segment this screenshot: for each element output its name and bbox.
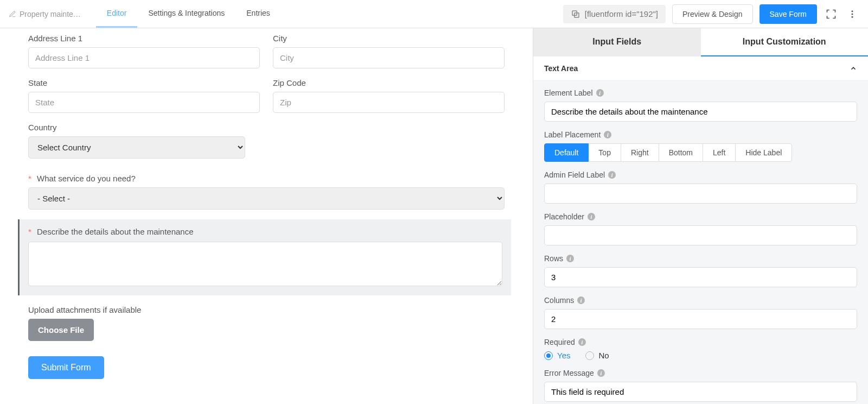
chevron-up-icon[interactable] [850, 65, 857, 72]
copy-icon [571, 9, 580, 19]
svg-point-2 [852, 10, 853, 12]
header-left: Property mainte… Editor Settings & Integ… [9, 0, 281, 28]
panel-header[interactable]: Text Area [533, 56, 868, 81]
seg-hide[interactable]: Hide Label [735, 143, 792, 162]
tab-input-customization[interactable]: Input Customization [701, 28, 869, 56]
info-icon[interactable]: i [588, 213, 595, 220]
edit-icon [9, 10, 16, 18]
page-title: Property mainte… [20, 10, 81, 18]
info-icon[interactable]: i [604, 131, 611, 138]
setting-label-text: Rows [544, 254, 563, 263]
label-country: Country [28, 123, 505, 132]
tab-editor[interactable]: Editor [96, 0, 138, 28]
page-title-wrap: Property mainte… [9, 10, 81, 18]
panel-body: Element Label i Label Placement i Defaul… [533, 81, 868, 404]
field-city[interactable]: City [273, 34, 505, 68]
seg-right[interactable]: Right [621, 143, 659, 162]
input-zip[interactable] [273, 92, 505, 113]
submit-row: Submit Form [28, 356, 505, 379]
tab-input-fields[interactable]: Input Fields [533, 28, 701, 56]
setting-admin-field-label: Admin Field Label i [544, 171, 857, 204]
fullscreen-icon[interactable] [824, 7, 839, 22]
svg-point-4 [852, 16, 853, 17]
field-zip[interactable]: Zip Code [273, 78, 505, 113]
input-error-message[interactable] [544, 382, 857, 402]
setting-label-text: Admin Field Label [544, 171, 605, 179]
sidebar: Input Fields Input Customization Text Ar… [533, 28, 868, 404]
input-element-label[interactable] [544, 102, 857, 122]
field-describe-selected[interactable]: * Describe the details about the mainten… [18, 219, 511, 295]
form-canvas: Address Line 1 City State Zip Code Count… [0, 28, 533, 404]
info-icon[interactable]: i [608, 171, 616, 179]
setting-rows: Rows i [544, 254, 857, 287]
info-icon[interactable]: i [577, 296, 585, 304]
label-city: City [273, 34, 505, 43]
seg-bottom[interactable]: Bottom [659, 143, 703, 162]
tab-entries[interactable]: Entries [235, 0, 281, 28]
setting-element-label: Element Label i [544, 89, 857, 122]
setting-label-placement: Label Placement i Default Top Right Bott… [544, 130, 857, 162]
required-star: * [28, 174, 31, 183]
radio-icon [585, 351, 594, 360]
input-address1[interactable] [28, 47, 260, 68]
preview-design-button[interactable]: Preview & Design [672, 4, 753, 24]
field-country[interactable]: Country Select Country [28, 123, 505, 159]
info-icon[interactable]: i [566, 255, 574, 262]
radio-icon [544, 351, 553, 360]
seg-top[interactable]: Top [588, 143, 621, 162]
header-right: [fluentform id="192"] Preview & Design S… [563, 4, 859, 24]
more-icon[interactable] [845, 7, 859, 21]
sidebar-tabs: Input Fields Input Customization [533, 28, 868, 56]
seg-default[interactable]: Default [544, 143, 589, 162]
input-admin-field-label[interactable] [544, 184, 857, 204]
shortcode-text: [fluentform id="192"] [585, 9, 658, 18]
info-icon[interactable]: i [596, 89, 604, 97]
label-placement-group: Default Top Right Bottom Left Hide Label [544, 143, 857, 162]
input-columns[interactable] [544, 309, 857, 329]
seg-left[interactable]: Left [703, 143, 736, 162]
label-service: * What service do you need? [28, 174, 505, 183]
label-describe: * Describe the details about the mainten… [28, 227, 502, 236]
radio-required-no[interactable]: No [585, 351, 609, 360]
setting-label-text: Label Placement [544, 130, 601, 139]
input-placeholder[interactable] [544, 225, 857, 245]
field-address1[interactable]: Address Line 1 [28, 34, 260, 68]
field-state[interactable]: State [28, 78, 260, 113]
setting-label-text: Placeholder [544, 212, 584, 221]
app-header: Property mainte… Editor Settings & Integ… [0, 0, 868, 28]
panel-title: Text Area [544, 64, 578, 73]
label-upload: Upload attachments if available [28, 305, 505, 314]
select-service[interactable]: - Select - [28, 187, 505, 210]
info-icon[interactable]: i [578, 338, 586, 346]
setting-error-message: Error Message i [544, 369, 857, 402]
setting-columns: Columns i [544, 296, 857, 329]
setting-placeholder: Placeholder i [544, 212, 857, 245]
textarea-describe[interactable] [28, 242, 502, 286]
input-state[interactable] [28, 92, 260, 113]
shortcode-badge[interactable]: [fluentform id="192"] [563, 5, 666, 23]
setting-label-text: Required [544, 338, 575, 346]
radio-required-yes[interactable]: Yes [544, 351, 570, 360]
tab-settings-integrations[interactable]: Settings & Integrations [137, 0, 235, 28]
choose-file-button[interactable]: Choose File [28, 319, 94, 341]
input-city[interactable] [273, 47, 505, 68]
info-icon[interactable]: i [597, 369, 605, 377]
svg-point-3 [852, 13, 853, 15]
setting-label-text: Element Label [544, 89, 593, 97]
select-country[interactable]: Select Country [28, 136, 245, 159]
required-star: * [28, 227, 31, 236]
submit-form-button[interactable]: Submit Form [28, 356, 104, 379]
field-service[interactable]: * What service do you need? - Select - [28, 174, 505, 210]
save-form-button[interactable]: Save Form [760, 4, 817, 24]
input-rows[interactable] [544, 267, 857, 287]
label-state: State [28, 78, 260, 87]
label-address1: Address Line 1 [28, 34, 260, 43]
header-tabs: Editor Settings & Integrations Entries [96, 0, 281, 28]
setting-label-text: Error Message [544, 369, 594, 377]
setting-label-text: Columns [544, 296, 574, 305]
field-upload[interactable]: Upload attachments if available Choose F… [28, 305, 505, 341]
setting-required: Required i Yes No [544, 338, 857, 360]
label-zip: Zip Code [273, 78, 505, 87]
main: Address Line 1 City State Zip Code Count… [0, 28, 868, 404]
